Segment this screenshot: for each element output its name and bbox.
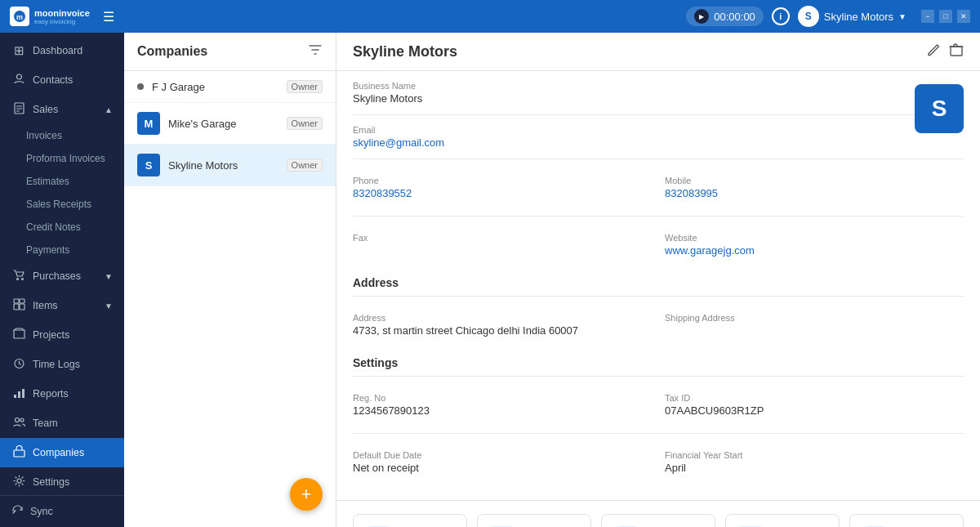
add-company-button[interactable]: + bbox=[290, 478, 323, 511]
sidebar-item-sales[interactable]: Sales ▲ bbox=[0, 95, 124, 124]
sidebar-item-team[interactable]: Team bbox=[0, 409, 124, 438]
card-payment[interactable]: Payment Methods V M P S A bbox=[601, 514, 715, 527]
fin-year-value: April bbox=[665, 462, 964, 474]
svg-point-18 bbox=[20, 418, 24, 422]
tax-id-label: Tax ID bbox=[665, 393, 964, 403]
sidebar-item-payments[interactable]: Payments bbox=[0, 239, 124, 261]
svg-point-8 bbox=[21, 279, 23, 280]
sidebar: m mooninvoice easy invoicing ☰ ⊞ Dashboa… bbox=[0, 0, 124, 527]
sidebar-item-proforma[interactable]: Proforma Invoices bbox=[0, 147, 124, 170]
field-website: Website www.garagejg.com bbox=[665, 233, 964, 257]
sidebar-item-label: Reports bbox=[33, 388, 69, 400]
edit-button[interactable] bbox=[926, 42, 941, 60]
fax-label: Fax bbox=[353, 233, 652, 243]
delete-button[interactable] bbox=[949, 42, 964, 60]
field-fin-year: Financial Year Start April bbox=[665, 450, 964, 474]
sidebar-item-invoices[interactable]: Invoices bbox=[0, 124, 124, 147]
card-terms[interactable]: Terms & Conditions bbox=[725, 514, 840, 527]
sidebar-header: m mooninvoice easy invoicing ☰ bbox=[0, 0, 124, 33]
filter-button[interactable] bbox=[308, 42, 323, 60]
minimize-button[interactable]: − bbox=[921, 10, 934, 23]
mobile-value: 832083995 bbox=[665, 187, 964, 199]
sidebar-item-projects[interactable]: Projects bbox=[0, 320, 124, 350]
sidebar-item-credit-notes[interactable]: Credit Notes bbox=[0, 216, 124, 239]
svg-rect-10 bbox=[20, 304, 24, 310]
projects-icon bbox=[11, 328, 26, 342]
sidebar-item-dashboard[interactable]: ⊞ Dashboard bbox=[0, 36, 124, 65]
sidebar-nav: ⊞ Dashboard Contacts Sales ▲ Invoices Pr… bbox=[0, 33, 124, 495]
address-label: Address bbox=[353, 313, 652, 323]
company-item-fj-garage[interactable]: F J Garage Owner bbox=[124, 71, 336, 103]
sidebar-item-settings[interactable]: Settings bbox=[0, 467, 124, 495]
sidebar-item-reports[interactable]: Reports bbox=[0, 379, 124, 409]
company-item-mikes-garage[interactable]: M Mike's Garage Owner bbox=[124, 103, 336, 145]
field-tax-id: Tax ID 07AABCU9603R1ZP bbox=[665, 393, 964, 417]
svg-rect-16 bbox=[22, 389, 24, 398]
fin-year-label: Financial Year Start bbox=[665, 450, 964, 460]
svg-rect-12 bbox=[20, 299, 24, 303]
reg-tax-row: Reg. No 1234567890123 Tax ID 07AABCU9603… bbox=[353, 383, 964, 427]
company-badge: Owner bbox=[287, 159, 323, 172]
user-menu[interactable]: S Skyline Motors ▼ bbox=[798, 6, 906, 27]
sidebar-footer-sync[interactable]: Sync bbox=[0, 495, 124, 527]
close-button[interactable]: ✕ bbox=[957, 10, 970, 23]
timer-play-button[interactable]: ▶ bbox=[694, 9, 709, 24]
website-label: Website bbox=[665, 233, 964, 243]
timelogs-icon bbox=[11, 357, 26, 372]
settings-section-title: Settings bbox=[353, 356, 964, 369]
mobile-label: Mobile bbox=[665, 176, 964, 185]
company-avatar: S bbox=[137, 154, 160, 176]
settings-cards-grid: Currency & Format English (United States… bbox=[336, 501, 980, 527]
sidebar-item-purchases[interactable]: Purchases ▼ bbox=[0, 261, 124, 291]
sidebar-item-timelogs[interactable]: Time Logs bbox=[0, 350, 124, 379]
svg-rect-14 bbox=[14, 395, 16, 398]
field-reg-no: Reg. No 1234567890123 bbox=[353, 393, 652, 417]
hamburger-menu[interactable]: ☰ bbox=[103, 9, 114, 25]
card-taxes[interactable]: Taxes bbox=[849, 514, 964, 527]
companies-panel-title: Companies bbox=[137, 44, 207, 59]
sidebar-item-items[interactable]: Items ▼ bbox=[0, 291, 124, 320]
field-address: Address 4733, st martin street Chicago d… bbox=[353, 313, 652, 337]
email-value[interactable]: skyline@gmail.com bbox=[353, 136, 964, 149]
contacts-icon bbox=[11, 73, 26, 87]
sidebar-item-label: Projects bbox=[33, 329, 69, 341]
company-badge: Owner bbox=[287, 80, 323, 93]
sidebar-item-contacts[interactable]: Contacts bbox=[0, 65, 124, 95]
sidebar-item-label: Dashboard bbox=[33, 45, 82, 56]
company-item-skyline-motors[interactable]: S Skyline Motors Owner bbox=[124, 145, 336, 186]
tax-id-value: 07AABCU9603R1ZP bbox=[665, 404, 964, 417]
sidebar-item-label: Purchases bbox=[33, 270, 81, 282]
timer-display: 00:00:00 bbox=[714, 11, 755, 23]
website-value[interactable]: www.garagejg.com bbox=[665, 244, 964, 257]
sync-icon bbox=[11, 504, 24, 519]
svg-rect-9 bbox=[14, 304, 19, 310]
detail-title: Skyline Motors bbox=[353, 43, 457, 60]
detail-actions bbox=[926, 42, 964, 60]
timer-widget[interactable]: ▶ 00:00:00 bbox=[686, 7, 764, 26]
reg-no-label: Reg. No bbox=[353, 393, 652, 403]
field-phone: Phone 8320839552 bbox=[353, 176, 652, 199]
items-icon bbox=[11, 298, 26, 313]
dashboard-icon: ⊞ bbox=[11, 43, 26, 58]
due-fin-row: Default Due Date Net on receipt Financia… bbox=[353, 440, 964, 484]
sync-label: Sync bbox=[30, 506, 53, 517]
card-currency[interactable]: Currency & Format English (United States… bbox=[353, 514, 467, 527]
sidebar-item-companies[interactable]: Companies bbox=[0, 438, 124, 467]
company-name: Skyline Motors bbox=[168, 159, 278, 172]
svg-rect-11 bbox=[14, 299, 19, 303]
business-name-value: Skyline Motors bbox=[353, 92, 964, 105]
card-pdf[interactable]: PDF & Print Settings Theme 67 bbox=[477, 514, 591, 527]
logo: m mooninvoice easy invoicing bbox=[10, 7, 90, 26]
field-fax: Fax bbox=[353, 233, 652, 257]
due-date-label: Default Due Date bbox=[353, 450, 652, 460]
svg-point-17 bbox=[15, 418, 19, 422]
restore-button[interactable]: □ bbox=[939, 10, 952, 23]
sidebar-item-sales-receipts[interactable]: Sales Receipts bbox=[0, 193, 124, 216]
expand-icon: ▲ bbox=[105, 105, 113, 114]
expand-icon: ▼ bbox=[105, 272, 113, 281]
info-button[interactable]: i bbox=[772, 7, 790, 25]
sidebar-item-label: Items bbox=[33, 300, 58, 311]
svg-point-7 bbox=[16, 279, 18, 280]
purchases-icon bbox=[11, 269, 26, 284]
sidebar-item-estimates[interactable]: Estimates bbox=[0, 170, 124, 193]
